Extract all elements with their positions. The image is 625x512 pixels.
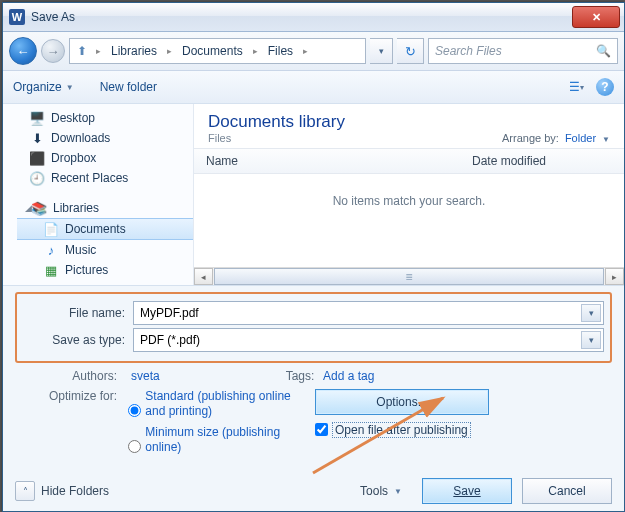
window-title: Save As	[31, 10, 572, 24]
open-after-checkbox[interactable]: Open file after publishing	[315, 423, 612, 437]
annotation-highlight: File name: MyPDF.pdf ▾ Save as type: PDF…	[15, 292, 612, 363]
checkbox-input[interactable]	[315, 423, 328, 436]
filename-label: File name:	[23, 306, 133, 320]
libraries-icon: 📚	[31, 200, 47, 216]
arrange-by[interactable]: Arrange by: Folder ▼	[502, 112, 610, 144]
address-dropdown[interactable]: ▾	[370, 38, 393, 64]
sidebar-item-music[interactable]: ♪Music	[17, 240, 193, 260]
chevron-up-icon: ˄	[15, 481, 35, 501]
help-button[interactable]: ?	[596, 78, 614, 96]
toolbar: Organize ▼ New folder ☰▾ ?	[3, 71, 624, 104]
tags-label: Tags:	[286, 369, 315, 383]
sidebar-item-downloads[interactable]: ⬇Downloads	[3, 128, 193, 148]
column-name[interactable]: Name	[194, 154, 460, 168]
sidebar-item-label: Documents	[65, 222, 126, 236]
expand-icon: ◢	[25, 203, 32, 213]
filename-input[interactable]: MyPDF.pdf ▾	[133, 301, 604, 325]
view-button[interactable]: ☰▾	[566, 77, 586, 97]
optimize-standard-radio[interactable]: Standard (publishing online and printing…	[128, 389, 295, 419]
optimize-minimum-radio[interactable]: Minimum size (publishing online)	[128, 425, 295, 455]
sidebar-item-label: Pictures	[65, 263, 108, 277]
dialog-footer: ˄ Hide Folders Tools ▼ Save Cancel	[3, 471, 624, 511]
filename-value: MyPDF.pdf	[140, 306, 199, 320]
scroll-right-icon[interactable]: ▸	[605, 268, 624, 285]
arrange-label: Arrange by:	[502, 132, 559, 144]
chevron-down-icon[interactable]: ▾	[581, 304, 601, 322]
sidebar-item-label: Dropbox	[51, 151, 96, 165]
sidebar-item-documents[interactable]: 📄Documents	[17, 218, 193, 240]
folder-icon: ⬇	[29, 130, 45, 146]
sidebar-group-label: Libraries	[53, 201, 99, 215]
dialog-body: 🖥️Desktop⬇Downloads⬛Dropbox🕘Recent Place…	[3, 104, 624, 286]
word-icon: W	[9, 9, 25, 25]
breadcrumb[interactable]: Files	[264, 42, 297, 60]
organize-menu[interactable]: Organize ▼	[13, 80, 74, 94]
radio-input[interactable]	[128, 404, 141, 417]
view-icon: ☰	[569, 80, 580, 94]
authors-value[interactable]: sveta	[131, 369, 160, 383]
breadcrumb[interactable]: Libraries	[107, 42, 161, 60]
forward-button[interactable]: →	[41, 39, 65, 63]
library-icon: ♪	[43, 242, 59, 258]
chevron-down-icon[interactable]: ▾	[581, 331, 601, 349]
scroll-thumb[interactable]: ≡	[214, 268, 604, 285]
optimize-minimum-label: Minimum size (publishing online)	[145, 425, 295, 455]
tools-label: Tools	[360, 484, 388, 498]
column-date[interactable]: Date modified	[460, 154, 624, 168]
search-input[interactable]: Search Files 🔍	[428, 38, 618, 64]
sidebar-item-label: Desktop	[51, 111, 95, 125]
arrange-value: Folder	[565, 132, 596, 144]
sidebar-item-label: Recent Places	[51, 171, 128, 185]
optimize-standard-label: Standard (publishing online and printing…	[145, 389, 295, 419]
tags-value[interactable]: Add a tag	[323, 369, 374, 383]
sidebar-item-recent-places[interactable]: 🕘Recent Places	[3, 168, 193, 188]
chevron-down-icon: ▼	[394, 487, 402, 496]
refresh-button[interactable]: ↻	[397, 38, 424, 64]
folder-icon: 🖥️	[29, 110, 45, 126]
optimize-label: Optimize for:	[15, 389, 125, 403]
empty-message: No items match your search.	[194, 174, 624, 267]
close-button[interactable]: ✕	[572, 6, 620, 28]
scroll-left-icon[interactable]: ◂	[194, 268, 213, 285]
folder-icon: 🕘	[29, 170, 45, 186]
back-button[interactable]: ←	[9, 37, 37, 65]
new-folder-label: New folder	[100, 80, 157, 94]
chevron-down-icon: ▾	[580, 83, 584, 92]
arrow-left-icon: ←	[17, 44, 30, 59]
filetype-label: Save as type:	[23, 333, 133, 347]
cancel-button[interactable]: Cancel	[522, 478, 612, 504]
radio-input[interactable]	[128, 440, 141, 453]
chevron-down-icon: ▼	[66, 83, 74, 92]
authors-label: Authors:	[15, 369, 125, 383]
chevron-right-icon: ▸	[96, 46, 101, 56]
sidebar-item-dropbox[interactable]: ⬛Dropbox	[3, 148, 193, 168]
search-icon: 🔍	[596, 44, 611, 58]
up-icon: ⬆	[74, 43, 90, 59]
folder-icon: ⬛	[29, 150, 45, 166]
chevron-down-icon: ▾	[379, 46, 384, 56]
save-button[interactable]: Save	[422, 478, 512, 504]
sidebar-item-label: Downloads	[51, 131, 110, 145]
library-icon: ▦	[43, 262, 59, 278]
chevron-right-icon: ▸	[167, 46, 172, 56]
new-folder-button[interactable]: New folder	[100, 80, 157, 94]
arrow-right-icon: →	[47, 44, 60, 59]
breadcrumb[interactable]: Documents	[178, 42, 247, 60]
organize-label: Organize	[13, 80, 62, 94]
breadcrumb-bar[interactable]: ⬆ ▸ Libraries ▸ Documents ▸ Files ▸	[69, 38, 366, 64]
hide-folders-button[interactable]: ˄ Hide Folders	[15, 481, 109, 501]
library-header: Documents library Files Arrange by: Fold…	[194, 104, 624, 148]
metadata-row: Authors: sveta Tags: Add a tag	[15, 369, 612, 383]
sidebar-item-label: Music	[65, 243, 96, 257]
filetype-select[interactable]: PDF (*.pdf) ▾	[133, 328, 604, 352]
sidebar-group-libraries[interactable]: ◢ 📚 Libraries	[17, 198, 193, 218]
sidebar-item-pictures[interactable]: ▦Pictures	[17, 260, 193, 280]
options-button-label: Options...	[376, 395, 427, 409]
tools-menu[interactable]: Tools ▼	[360, 484, 402, 498]
horizontal-scrollbar[interactable]: ◂ ≡ ▸	[194, 267, 624, 285]
save-form: File name: MyPDF.pdf ▾ Save as type: PDF…	[3, 286, 624, 471]
column-headers: Name Date modified	[194, 148, 624, 174]
refresh-icon: ↻	[405, 44, 416, 59]
options-button[interactable]: Options...	[315, 389, 489, 415]
sidebar-item-desktop[interactable]: 🖥️Desktop	[3, 108, 193, 128]
